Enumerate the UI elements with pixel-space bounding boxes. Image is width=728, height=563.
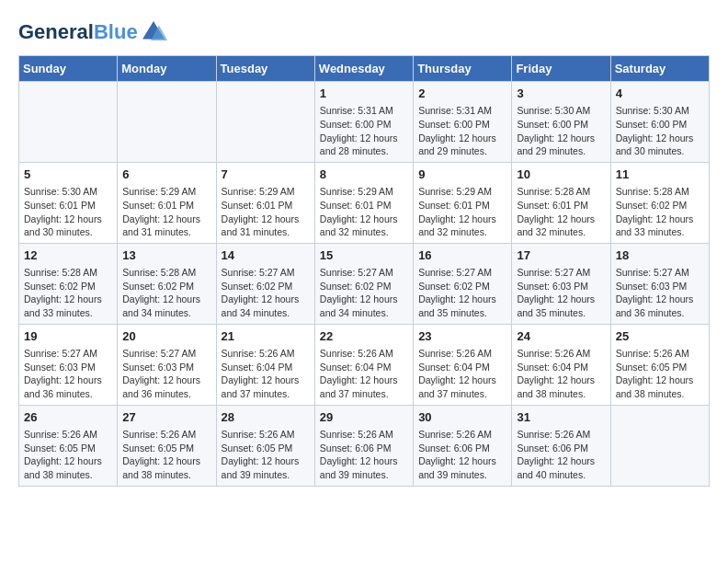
day-info: Sunrise: 5:26 AM Sunset: 6:04 PM Dayligh… <box>320 347 408 401</box>
day-number: 18 <box>616 247 704 264</box>
calendar-header-tuesday: Tuesday <box>216 56 314 82</box>
calendar-cell: 26Sunrise: 5:26 AM Sunset: 6:05 PM Dayli… <box>19 405 118 486</box>
day-info: Sunrise: 5:27 AM Sunset: 6:03 PM Dayligh… <box>24 347 112 401</box>
day-info: Sunrise: 5:26 AM Sunset: 6:04 PM Dayligh… <box>222 347 310 401</box>
day-number: 9 <box>418 167 506 183</box>
day-number: 17 <box>517 247 605 264</box>
day-info: Sunrise: 5:28 AM Sunset: 6:01 PM Dayligh… <box>517 185 605 239</box>
day-info: Sunrise: 5:28 AM Sunset: 6:02 PM Dayligh… <box>122 266 210 320</box>
day-number: 14 <box>222 247 310 264</box>
calendar-cell: 19Sunrise: 5:27 AM Sunset: 6:03 PM Dayli… <box>19 324 118 405</box>
day-info: Sunrise: 5:26 AM Sunset: 6:05 PM Dayligh… <box>616 347 704 401</box>
calendar-cell: 9Sunrise: 5:29 AM Sunset: 6:01 PM Daylig… <box>414 162 512 243</box>
day-number: 19 <box>24 328 112 345</box>
day-info: Sunrise: 5:28 AM Sunset: 6:02 PM Dayligh… <box>24 266 112 320</box>
day-number: 15 <box>320 247 408 264</box>
day-info: Sunrise: 5:30 AM Sunset: 6:00 PM Dayligh… <box>517 104 605 158</box>
calendar-cell: 17Sunrise: 5:27 AM Sunset: 6:03 PM Dayli… <box>512 243 610 324</box>
day-number: 28 <box>222 409 310 426</box>
day-info: Sunrise: 5:26 AM Sunset: 6:06 PM Dayligh… <box>517 428 605 482</box>
calendar-cell: 3Sunrise: 5:30 AM Sunset: 6:00 PM Daylig… <box>512 82 610 163</box>
calendar-cell: 24Sunrise: 5:26 AM Sunset: 6:04 PM Dayli… <box>512 324 610 405</box>
day-info: Sunrise: 5:26 AM Sunset: 6:06 PM Dayligh… <box>320 428 408 482</box>
day-number: 31 <box>517 409 605 426</box>
calendar-header-monday: Monday <box>118 56 216 82</box>
calendar-cell: 2Sunrise: 5:31 AM Sunset: 6:00 PM Daylig… <box>414 82 512 163</box>
day-info: Sunrise: 5:27 AM Sunset: 6:03 PM Dayligh… <box>122 347 210 401</box>
calendar-cell: 18Sunrise: 5:27 AM Sunset: 6:03 PM Dayli… <box>610 243 709 324</box>
calendar-cell: 20Sunrise: 5:27 AM Sunset: 6:03 PM Dayli… <box>118 324 216 405</box>
calendar-header-wednesday: Wednesday <box>314 56 413 82</box>
calendar-table: SundayMondayTuesdayWednesdayThursdayFrid… <box>18 55 710 487</box>
calendar-cell: 11Sunrise: 5:28 AM Sunset: 6:02 PM Dayli… <box>610 162 709 243</box>
calendar-cell <box>610 405 709 486</box>
calendar-cell: 4Sunrise: 5:30 AM Sunset: 6:00 PM Daylig… <box>610 82 709 163</box>
day-number: 26 <box>24 409 112 426</box>
day-info: Sunrise: 5:30 AM Sunset: 6:00 PM Dayligh… <box>616 104 704 158</box>
day-number: 3 <box>517 86 605 102</box>
calendar-cell: 29Sunrise: 5:26 AM Sunset: 6:06 PM Dayli… <box>314 405 413 486</box>
calendar-header-row: SundayMondayTuesdayWednesdayThursdayFrid… <box>19 56 710 82</box>
day-info: Sunrise: 5:26 AM Sunset: 6:05 PM Dayligh… <box>222 428 310 482</box>
calendar-cell: 7Sunrise: 5:29 AM Sunset: 6:01 PM Daylig… <box>216 162 314 243</box>
day-number: 6 <box>122 167 210 183</box>
calendar-cell: 15Sunrise: 5:27 AM Sunset: 6:02 PM Dayli… <box>314 243 413 324</box>
day-info: Sunrise: 5:26 AM Sunset: 6:04 PM Dayligh… <box>517 347 605 401</box>
calendar-cell <box>118 82 216 163</box>
calendar-cell: 10Sunrise: 5:28 AM Sunset: 6:01 PM Dayli… <box>512 162 610 243</box>
calendar-cell: 8Sunrise: 5:29 AM Sunset: 6:01 PM Daylig… <box>314 162 413 243</box>
calendar-week-2: 5Sunrise: 5:30 AM Sunset: 6:01 PM Daylig… <box>19 162 710 243</box>
page-header: GeneralBlue <box>18 18 710 46</box>
calendar-cell: 23Sunrise: 5:26 AM Sunset: 6:04 PM Dayli… <box>414 324 512 405</box>
day-info: Sunrise: 5:26 AM Sunset: 6:04 PM Dayligh… <box>418 347 506 401</box>
day-number: 24 <box>517 328 605 345</box>
day-info: Sunrise: 5:29 AM Sunset: 6:01 PM Dayligh… <box>418 185 506 239</box>
day-number: 7 <box>222 167 310 183</box>
day-info: Sunrise: 5:26 AM Sunset: 6:06 PM Dayligh… <box>418 428 506 482</box>
day-info: Sunrise: 5:27 AM Sunset: 6:03 PM Dayligh… <box>517 266 605 320</box>
day-number: 16 <box>418 247 506 264</box>
day-info: Sunrise: 5:27 AM Sunset: 6:03 PM Dayligh… <box>616 266 704 320</box>
logo-icon <box>140 18 167 46</box>
calendar-cell: 1Sunrise: 5:31 AM Sunset: 6:00 PM Daylig… <box>314 82 413 163</box>
day-number: 27 <box>122 409 210 426</box>
calendar-header-friday: Friday <box>512 56 610 82</box>
calendar-cell: 25Sunrise: 5:26 AM Sunset: 6:05 PM Dayli… <box>610 324 709 405</box>
calendar-cell: 6Sunrise: 5:29 AM Sunset: 6:01 PM Daylig… <box>118 162 216 243</box>
day-info: Sunrise: 5:31 AM Sunset: 6:00 PM Dayligh… <box>320 104 408 158</box>
calendar-cell: 13Sunrise: 5:28 AM Sunset: 6:02 PM Dayli… <box>118 243 216 324</box>
calendar-cell: 16Sunrise: 5:27 AM Sunset: 6:02 PM Dayli… <box>414 243 512 324</box>
day-number: 13 <box>122 247 210 264</box>
day-number: 2 <box>418 86 506 102</box>
day-info: Sunrise: 5:27 AM Sunset: 6:02 PM Dayligh… <box>320 266 408 320</box>
day-number: 21 <box>222 328 310 345</box>
day-number: 11 <box>616 167 704 183</box>
calendar-cell: 31Sunrise: 5:26 AM Sunset: 6:06 PM Dayli… <box>512 405 610 486</box>
calendar-cell: 28Sunrise: 5:26 AM Sunset: 6:05 PM Dayli… <box>216 405 314 486</box>
calendar-cell: 22Sunrise: 5:26 AM Sunset: 6:04 PM Dayli… <box>314 324 413 405</box>
day-info: Sunrise: 5:30 AM Sunset: 6:01 PM Dayligh… <box>24 185 112 239</box>
day-number: 5 <box>24 167 112 183</box>
day-info: Sunrise: 5:27 AM Sunset: 6:02 PM Dayligh… <box>418 266 506 320</box>
calendar-cell <box>216 82 314 163</box>
calendar-week-3: 12Sunrise: 5:28 AM Sunset: 6:02 PM Dayli… <box>19 243 710 324</box>
day-info: Sunrise: 5:29 AM Sunset: 6:01 PM Dayligh… <box>222 185 310 239</box>
day-number: 12 <box>24 247 112 264</box>
calendar-week-4: 19Sunrise: 5:27 AM Sunset: 6:03 PM Dayli… <box>19 324 710 405</box>
logo: GeneralBlue <box>18 18 167 46</box>
day-info: Sunrise: 5:29 AM Sunset: 6:01 PM Dayligh… <box>320 185 408 239</box>
calendar-cell: 30Sunrise: 5:26 AM Sunset: 6:06 PM Dayli… <box>414 405 512 486</box>
calendar-cell: 14Sunrise: 5:27 AM Sunset: 6:02 PM Dayli… <box>216 243 314 324</box>
calendar-header-sunday: Sunday <box>19 56 118 82</box>
day-info: Sunrise: 5:29 AM Sunset: 6:01 PM Dayligh… <box>122 185 210 239</box>
day-info: Sunrise: 5:27 AM Sunset: 6:02 PM Dayligh… <box>222 266 310 320</box>
calendar-cell: 21Sunrise: 5:26 AM Sunset: 6:04 PM Dayli… <box>216 324 314 405</box>
calendar-cell: 12Sunrise: 5:28 AM Sunset: 6:02 PM Dayli… <box>19 243 118 324</box>
calendar-header-saturday: Saturday <box>610 56 709 82</box>
day-info: Sunrise: 5:28 AM Sunset: 6:02 PM Dayligh… <box>616 185 704 239</box>
day-info: Sunrise: 5:31 AM Sunset: 6:00 PM Dayligh… <box>418 104 506 158</box>
day-number: 1 <box>320 86 408 102</box>
day-number: 20 <box>122 328 210 345</box>
calendar-header-thursday: Thursday <box>414 56 512 82</box>
day-number: 25 <box>616 328 704 345</box>
